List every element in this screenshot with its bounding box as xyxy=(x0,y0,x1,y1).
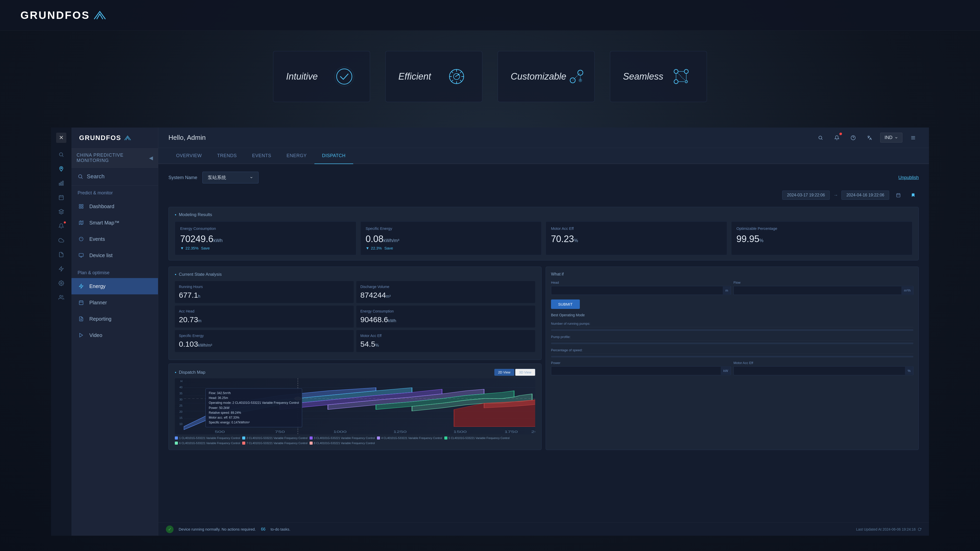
top-logo: GRUNDFOS xyxy=(21,9,107,21)
metric-optimizable-value: 99.95% xyxy=(737,233,907,245)
motor-eff-input[interactable] xyxy=(734,367,905,375)
svg-marker-35 xyxy=(80,284,83,289)
submit-button[interactable]: SUBMIT xyxy=(551,300,580,309)
tab-overview[interactable]: OVERVIEW xyxy=(169,148,210,164)
lang-selector[interactable]: IND xyxy=(880,133,902,143)
svg-text:1000: 1000 xyxy=(333,430,347,433)
metric-specific-value: 0.08kWh/m³ xyxy=(366,233,536,245)
mini-sidebar-cloud-icon[interactable] xyxy=(56,235,66,245)
top-logo-text: GRUNDFOS xyxy=(21,9,90,21)
inner-logo-icon xyxy=(124,135,131,141)
motor-eff-input-wrapper: % xyxy=(733,366,913,375)
feature-card-customizable[interactable]: Customizable xyxy=(498,51,595,102)
system-select-value: 泵站系统 xyxy=(208,175,226,181)
feature-card-seamless[interactable]: Seamless xyxy=(610,51,707,102)
mini-sidebar: ✕ xyxy=(51,127,72,536)
breadcrumb-collapse-icon[interactable]: ◀ xyxy=(149,155,153,161)
date-from: 2024-03-17 19:22:06 xyxy=(782,191,830,200)
legend-item-1: 1 CL40101G-533221 Variable Frequency Con… xyxy=(175,437,240,440)
mini-sidebar-file-icon[interactable] xyxy=(56,249,66,260)
search-icon xyxy=(78,174,83,179)
sidebar-item-smart-map[interactable]: Smart Map™ xyxy=(72,214,158,231)
metric-motor-label: Motor Acc Eff xyxy=(551,226,722,230)
top-logo-icon xyxy=(93,10,107,21)
svg-point-1 xyxy=(334,67,354,86)
mini-sidebar-map-icon[interactable] xyxy=(56,164,66,174)
feature-card-efficient[interactable]: Efficient xyxy=(385,51,482,102)
sidebar-item-video[interactable]: Video xyxy=(72,327,158,343)
head-input-wrapper: m xyxy=(551,286,731,295)
tab-dispatch[interactable]: DISPATCH xyxy=(314,148,353,164)
flow-input-wrapper: m³/h xyxy=(733,286,913,295)
mini-sidebar-lightning-icon[interactable] xyxy=(56,264,66,274)
bookmark-icon[interactable] xyxy=(907,189,919,201)
header-notification-button[interactable] xyxy=(831,132,842,143)
sidebar-item-events[interactable]: Events xyxy=(72,231,158,247)
smart-map-icon xyxy=(78,219,85,226)
breadcrumb[interactable]: CHINA PREDICTIVE MONITORING ◀ xyxy=(72,148,158,168)
tab-trends[interactable]: TRENDS xyxy=(210,148,245,164)
status-bar: ✓ Device running normally. No actions re… xyxy=(158,522,929,536)
head-input[interactable] xyxy=(551,286,723,295)
metric-specific-label: Specific Energy xyxy=(366,226,536,230)
svg-point-19 xyxy=(60,283,62,284)
svg-text:1250: 1250 xyxy=(393,430,407,433)
refresh-icon[interactable] xyxy=(918,527,921,531)
header-menu-button[interactable] xyxy=(907,132,919,143)
best-mode-section: Best Operating Mode Number of running pu… xyxy=(551,313,913,357)
planner-icon xyxy=(78,299,85,306)
mini-sidebar-calendar-icon[interactable] xyxy=(56,192,66,203)
mini-sidebar-search-icon[interactable] xyxy=(56,149,66,160)
legend-item-6: 6 CL40101G-533221 Variable Frequency Con… xyxy=(175,441,240,445)
svg-point-9 xyxy=(684,69,688,73)
svg-rect-17 xyxy=(59,196,64,200)
feature-card-customizable-title: Customizable xyxy=(511,71,566,82)
mini-sidebar-layers-icon[interactable] xyxy=(56,206,66,217)
view-2d-button[interactable]: 2D View xyxy=(494,369,514,376)
search-box[interactable]: Search xyxy=(72,168,158,186)
sidebar-item-reporting[interactable]: Reporting xyxy=(72,311,158,327)
sidebar-item-device-list[interactable]: Device list xyxy=(72,247,158,264)
sidebar-item-video-label: Video xyxy=(89,332,102,338)
main-content: Hello, Admin xyxy=(158,127,929,536)
best-mode-title: Best Operating Mode xyxy=(551,313,913,317)
sidebar-item-planner[interactable]: Planner xyxy=(72,294,158,311)
svg-rect-36 xyxy=(80,301,83,305)
mini-sidebar-notification-icon[interactable] xyxy=(56,221,66,231)
metric-motor-value: 70.23% xyxy=(551,233,722,245)
legend-item-2: 2 CL40101G-533221 Variable Frequency Con… xyxy=(242,437,307,440)
mini-sidebar-chart-icon[interactable] xyxy=(56,178,66,188)
chart-y-axis: H 40 35 30 25 20 15 10 xyxy=(175,378,184,427)
sidebar-item-dashboard[interactable]: Dashboard xyxy=(72,198,158,214)
flow-input[interactable] xyxy=(734,286,901,295)
section-predict-monitor-label: Predict & monitor xyxy=(72,186,158,198)
metric-energy-change: ▼ 22.35% Save xyxy=(180,246,351,250)
header-translate-button[interactable] xyxy=(864,132,875,143)
sidebar-item-energy-label: Energy xyxy=(89,283,105,289)
sidebar-item-energy[interactable]: Energy xyxy=(72,278,158,294)
header-help-button[interactable] xyxy=(848,132,859,143)
power-input[interactable] xyxy=(551,367,721,375)
status-last-updated: Last Updated At 2024-06-06 19:24:16 xyxy=(856,527,921,531)
tab-energy[interactable]: ENERGY xyxy=(279,148,314,164)
mini-close-button[interactable]: ✕ xyxy=(56,133,66,143)
inner-sidebar-header: GRUNDFOS xyxy=(72,127,158,148)
unpublish-button[interactable]: Unpublish xyxy=(898,175,919,180)
date-calendar-icon[interactable] xyxy=(893,189,904,201)
system-select-dropdown[interactable]: 泵站系统 xyxy=(202,171,259,183)
what-if-inputs: Head m Flow m³/h xyxy=(551,281,913,295)
state-energy-consumption: Energy Consumption 90468.6kWh xyxy=(356,306,535,327)
date-separator: → xyxy=(833,192,838,198)
section-plan-optimise-label: Plan & optimise xyxy=(72,265,158,278)
status-tasks-count[interactable]: 66 xyxy=(261,527,266,532)
svg-point-40 xyxy=(819,136,822,139)
view-3d-button[interactable]: 3D View xyxy=(515,369,535,376)
tab-events[interactable]: EVENTS xyxy=(245,148,279,164)
feature-cards-container: Intuitive Efficient Customizable xyxy=(273,51,707,102)
feature-card-intuitive[interactable]: Intuitive xyxy=(273,51,370,102)
svg-text:500: 500 xyxy=(215,430,225,433)
state-discharge-volume: Discharge Volume 874244m³ xyxy=(356,281,535,303)
mini-sidebar-users-icon[interactable] xyxy=(56,292,66,303)
mini-sidebar-settings-icon[interactable] xyxy=(56,278,66,288)
header-search-button[interactable] xyxy=(815,132,826,143)
